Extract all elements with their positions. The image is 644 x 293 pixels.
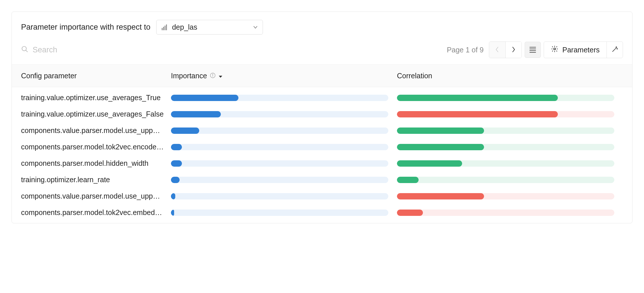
- list-dense-icon: [529, 46, 536, 54]
- table-row[interactable]: training.value.optimizer.use_averages_Fa…: [12, 106, 632, 122]
- next-page-button[interactable]: [505, 42, 521, 58]
- col-importance-label: Importance: [171, 72, 207, 80]
- search-input[interactable]: [32, 45, 444, 55]
- col-importance-header[interactable]: Importance: [171, 72, 397, 80]
- density-toggle-button[interactable]: [525, 42, 541, 58]
- param-name: training.value.optimizer.use_averages_Fa…: [21, 110, 171, 118]
- correlation-bar: [397, 128, 614, 134]
- importance-bar: [171, 111, 388, 117]
- parameters-button-label: Parameters: [562, 46, 600, 54]
- table-row[interactable]: components.value.parser.model.use_upper_…: [12, 188, 632, 204]
- parameters-magic-button[interactable]: [607, 42, 623, 58]
- svg-point-10: [554, 48, 556, 50]
- chevron-down-icon: [253, 25, 257, 30]
- table-row[interactable]: components.parser.model.hidden_width: [12, 155, 632, 172]
- panel-heading: Parameter importance with respect to: [21, 23, 150, 32]
- panel-heading-row: Parameter importance with respect to dep…: [21, 20, 623, 35]
- magic-wand-icon: [611, 46, 618, 54]
- bar-chart-icon: [162, 24, 168, 30]
- svg-line-5: [26, 50, 28, 52]
- correlation-bar: [397, 210, 614, 216]
- importance-bar: [171, 210, 388, 216]
- parameters-button[interactable]: Parameters: [544, 42, 607, 58]
- importance-bar: [171, 177, 388, 183]
- param-name: components.value.parser.model.use_upper_…: [21, 192, 171, 200]
- parameter-importance-panel: Parameter importance with respect to dep…: [12, 12, 632, 223]
- col-correlation-header[interactable]: Correlation: [397, 72, 623, 80]
- table-row[interactable]: training.value.optimizer.use_averages_Tr…: [12, 90, 632, 106]
- search-icon: [21, 45, 29, 54]
- col-correlation-label: Correlation: [397, 72, 432, 80]
- table-row[interactable]: training.optimizer.learn_rate: [12, 172, 632, 188]
- gear-icon: [551, 45, 558, 54]
- importance-bar: [171, 144, 388, 150]
- param-name: components.parser.model.tok2vec.embed.ro…: [21, 208, 171, 217]
- importance-bar: [171, 128, 388, 134]
- chevron-left-icon: [495, 46, 499, 54]
- correlation-bar: [397, 193, 614, 199]
- correlation-bar: [397, 95, 614, 101]
- col-config-header[interactable]: Config parameter: [21, 72, 171, 80]
- svg-rect-3: [166, 24, 167, 30]
- info-icon[interactable]: [210, 72, 216, 80]
- svg-rect-1: [163, 27, 164, 30]
- table-body: training.value.optimizer.use_averages_Tr…: [12, 87, 632, 223]
- param-name: components.parser.model.hidden_width: [21, 159, 171, 168]
- search-field[interactable]: [21, 45, 444, 55]
- correlation-bar: [397, 111, 614, 117]
- correlation-bar: [397, 160, 614, 167]
- importance-bar: [171, 95, 388, 101]
- chevron-right-icon: [511, 46, 515, 54]
- metric-select[interactable]: dep_las: [156, 20, 263, 35]
- svg-point-13: [212, 74, 213, 75]
- table-header: Config parameter Importance Correlation: [12, 64, 632, 87]
- page-indicator: Page 1 of 9: [447, 46, 484, 54]
- importance-bar: [171, 160, 388, 167]
- table-row[interactable]: components.parser.model.tok2vec.embed.ro…: [12, 204, 632, 221]
- table-row[interactable]: components.value.parser.model.use_upper_…: [12, 122, 632, 139]
- svg-rect-2: [165, 26, 165, 30]
- param-name: components.value.parser.model.use_upper_…: [21, 126, 171, 135]
- table-row[interactable]: components.parser.model.tok2vec.encode.d…: [12, 139, 632, 155]
- parameters-button-group: Parameters: [544, 41, 623, 58]
- pager: [489, 41, 522, 58]
- svg-point-4: [22, 46, 26, 51]
- correlation-bar: [397, 177, 614, 183]
- svg-rect-0: [162, 28, 163, 30]
- importance-bar: [171, 193, 388, 199]
- correlation-bar: [397, 144, 614, 150]
- metric-select-label: dep_las: [172, 23, 249, 31]
- param-name: training.optimizer.learn_rate: [21, 176, 171, 184]
- prev-page-button[interactable]: [489, 42, 505, 58]
- param-name: components.parser.model.tok2vec.encode.d…: [21, 143, 171, 151]
- sort-desc-icon: [219, 72, 223, 80]
- param-name: training.value.optimizer.use_averages_Tr…: [21, 94, 171, 102]
- col-config-label: Config parameter: [21, 72, 77, 80]
